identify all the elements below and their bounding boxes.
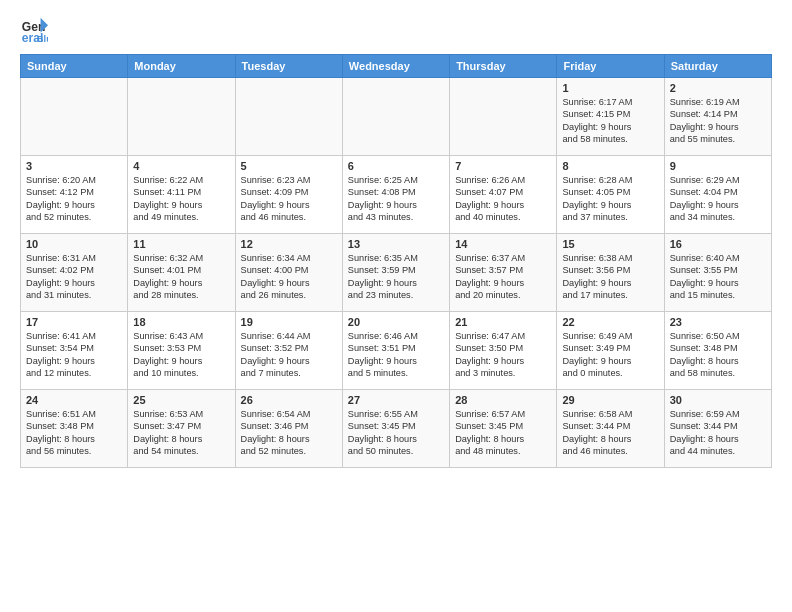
day-number: 14 (455, 238, 551, 250)
header-wednesday: Wednesday (342, 55, 449, 78)
calendar-table: SundayMondayTuesdayWednesdayThursdayFrid… (20, 54, 772, 468)
calendar-cell: 29Sunrise: 6:58 AM Sunset: 3:44 PM Dayli… (557, 390, 664, 468)
calendar-cell: 19Sunrise: 6:44 AM Sunset: 3:52 PM Dayli… (235, 312, 342, 390)
calendar-cell: 9Sunrise: 6:29 AM Sunset: 4:04 PM Daylig… (664, 156, 771, 234)
day-info: Sunrise: 6:44 AM Sunset: 3:52 PM Dayligh… (241, 330, 337, 380)
calendar-cell: 14Sunrise: 6:37 AM Sunset: 3:57 PM Dayli… (450, 234, 557, 312)
day-number: 26 (241, 394, 337, 406)
calendar-cell: 7Sunrise: 6:26 AM Sunset: 4:07 PM Daylig… (450, 156, 557, 234)
logo: Gen eral Blue (20, 16, 52, 44)
calendar-cell: 13Sunrise: 6:35 AM Sunset: 3:59 PM Dayli… (342, 234, 449, 312)
calendar-cell: 25Sunrise: 6:53 AM Sunset: 3:47 PM Dayli… (128, 390, 235, 468)
day-number: 8 (562, 160, 658, 172)
day-number: 11 (133, 238, 229, 250)
calendar-cell: 4Sunrise: 6:22 AM Sunset: 4:11 PM Daylig… (128, 156, 235, 234)
header-sunday: Sunday (21, 55, 128, 78)
day-info: Sunrise: 6:37 AM Sunset: 3:57 PM Dayligh… (455, 252, 551, 302)
day-info: Sunrise: 6:40 AM Sunset: 3:55 PM Dayligh… (670, 252, 766, 302)
day-number: 28 (455, 394, 551, 406)
calendar-cell: 3Sunrise: 6:20 AM Sunset: 4:12 PM Daylig… (21, 156, 128, 234)
day-number: 7 (455, 160, 551, 172)
day-info: Sunrise: 6:43 AM Sunset: 3:53 PM Dayligh… (133, 330, 229, 380)
day-info: Sunrise: 6:23 AM Sunset: 4:09 PM Dayligh… (241, 174, 337, 224)
calendar-cell: 8Sunrise: 6:28 AM Sunset: 4:05 PM Daylig… (557, 156, 664, 234)
day-info: Sunrise: 6:25 AM Sunset: 4:08 PM Dayligh… (348, 174, 444, 224)
calendar-cell: 24Sunrise: 6:51 AM Sunset: 3:48 PM Dayli… (21, 390, 128, 468)
day-number: 6 (348, 160, 444, 172)
header: Gen eral Blue (20, 16, 772, 44)
day-info: Sunrise: 6:34 AM Sunset: 4:00 PM Dayligh… (241, 252, 337, 302)
header-saturday: Saturday (664, 55, 771, 78)
day-number: 25 (133, 394, 229, 406)
calendar-cell: 17Sunrise: 6:41 AM Sunset: 3:54 PM Dayli… (21, 312, 128, 390)
day-info: Sunrise: 6:58 AM Sunset: 3:44 PM Dayligh… (562, 408, 658, 458)
day-info: Sunrise: 6:35 AM Sunset: 3:59 PM Dayligh… (348, 252, 444, 302)
day-info: Sunrise: 6:47 AM Sunset: 3:50 PM Dayligh… (455, 330, 551, 380)
calendar-cell (342, 78, 449, 156)
day-info: Sunrise: 6:29 AM Sunset: 4:04 PM Dayligh… (670, 174, 766, 224)
day-info: Sunrise: 6:28 AM Sunset: 4:05 PM Dayligh… (562, 174, 658, 224)
week-row-4: 24Sunrise: 6:51 AM Sunset: 3:48 PM Dayli… (21, 390, 772, 468)
day-info: Sunrise: 6:46 AM Sunset: 3:51 PM Dayligh… (348, 330, 444, 380)
calendar-cell: 20Sunrise: 6:46 AM Sunset: 3:51 PM Dayli… (342, 312, 449, 390)
calendar-cell: 6Sunrise: 6:25 AM Sunset: 4:08 PM Daylig… (342, 156, 449, 234)
day-number: 22 (562, 316, 658, 328)
day-number: 1 (562, 82, 658, 94)
page: Gen eral Blue SundayMondayTuesdayWednesd… (0, 0, 792, 612)
week-row-2: 10Sunrise: 6:31 AM Sunset: 4:02 PM Dayli… (21, 234, 772, 312)
day-number: 30 (670, 394, 766, 406)
day-info: Sunrise: 6:38 AM Sunset: 3:56 PM Dayligh… (562, 252, 658, 302)
calendar-cell: 5Sunrise: 6:23 AM Sunset: 4:09 PM Daylig… (235, 156, 342, 234)
day-info: Sunrise: 6:59 AM Sunset: 3:44 PM Dayligh… (670, 408, 766, 458)
day-number: 2 (670, 82, 766, 94)
calendar-cell (128, 78, 235, 156)
day-number: 5 (241, 160, 337, 172)
header-thursday: Thursday (450, 55, 557, 78)
day-number: 10 (26, 238, 122, 250)
calendar-cell: 26Sunrise: 6:54 AM Sunset: 3:46 PM Dayli… (235, 390, 342, 468)
day-info: Sunrise: 6:50 AM Sunset: 3:48 PM Dayligh… (670, 330, 766, 380)
day-info: Sunrise: 6:53 AM Sunset: 3:47 PM Dayligh… (133, 408, 229, 458)
day-number: 20 (348, 316, 444, 328)
calendar-cell: 10Sunrise: 6:31 AM Sunset: 4:02 PM Dayli… (21, 234, 128, 312)
day-number: 3 (26, 160, 122, 172)
calendar-cell (21, 78, 128, 156)
week-row-0: 1Sunrise: 6:17 AM Sunset: 4:15 PM Daylig… (21, 78, 772, 156)
calendar-cell: 2Sunrise: 6:19 AM Sunset: 4:14 PM Daylig… (664, 78, 771, 156)
day-number: 9 (670, 160, 766, 172)
calendar-cell: 11Sunrise: 6:32 AM Sunset: 4:01 PM Dayli… (128, 234, 235, 312)
day-info: Sunrise: 6:41 AM Sunset: 3:54 PM Dayligh… (26, 330, 122, 380)
day-number: 19 (241, 316, 337, 328)
calendar-cell: 16Sunrise: 6:40 AM Sunset: 3:55 PM Dayli… (664, 234, 771, 312)
header-friday: Friday (557, 55, 664, 78)
day-number: 4 (133, 160, 229, 172)
header-monday: Monday (128, 55, 235, 78)
calendar-cell (235, 78, 342, 156)
day-info: Sunrise: 6:55 AM Sunset: 3:45 PM Dayligh… (348, 408, 444, 458)
day-info: Sunrise: 6:31 AM Sunset: 4:02 PM Dayligh… (26, 252, 122, 302)
day-info: Sunrise: 6:49 AM Sunset: 3:49 PM Dayligh… (562, 330, 658, 380)
day-number: 18 (133, 316, 229, 328)
day-number: 23 (670, 316, 766, 328)
calendar-cell: 28Sunrise: 6:57 AM Sunset: 3:45 PM Dayli… (450, 390, 557, 468)
day-number: 27 (348, 394, 444, 406)
day-number: 16 (670, 238, 766, 250)
calendar-cell: 1Sunrise: 6:17 AM Sunset: 4:15 PM Daylig… (557, 78, 664, 156)
day-number: 29 (562, 394, 658, 406)
calendar-cell: 15Sunrise: 6:38 AM Sunset: 3:56 PM Dayli… (557, 234, 664, 312)
header-tuesday: Tuesday (235, 55, 342, 78)
calendar-cell: 12Sunrise: 6:34 AM Sunset: 4:00 PM Dayli… (235, 234, 342, 312)
day-info: Sunrise: 6:19 AM Sunset: 4:14 PM Dayligh… (670, 96, 766, 146)
day-number: 24 (26, 394, 122, 406)
day-info: Sunrise: 6:51 AM Sunset: 3:48 PM Dayligh… (26, 408, 122, 458)
day-number: 21 (455, 316, 551, 328)
day-number: 12 (241, 238, 337, 250)
calendar-cell: 22Sunrise: 6:49 AM Sunset: 3:49 PM Dayli… (557, 312, 664, 390)
day-info: Sunrise: 6:22 AM Sunset: 4:11 PM Dayligh… (133, 174, 229, 224)
svg-text:Blue: Blue (37, 34, 48, 44)
logo-icon: Gen eral Blue (20, 16, 48, 44)
day-number: 15 (562, 238, 658, 250)
calendar-cell (450, 78, 557, 156)
calendar-cell: 23Sunrise: 6:50 AM Sunset: 3:48 PM Dayli… (664, 312, 771, 390)
day-info: Sunrise: 6:20 AM Sunset: 4:12 PM Dayligh… (26, 174, 122, 224)
